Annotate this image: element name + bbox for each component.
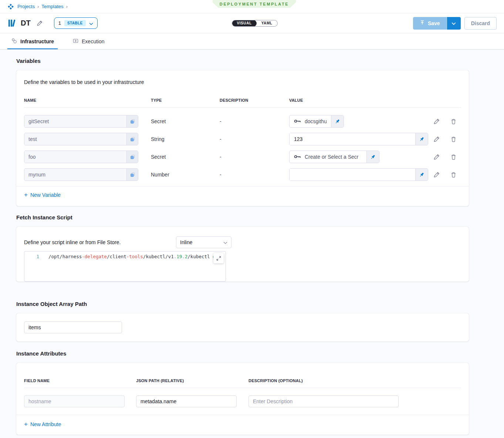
script-source-select[interactable]: Inline [176,236,231,248]
code-line: 1 /opt/harness-delegate/client-tools/kub… [24,252,226,259]
tab-infrastructure[interactable]: Infrastructure [11,33,54,49]
variable-name-input [24,115,126,127]
version-stable-badge: STABLE [64,20,86,26]
attributes-footer: + New Attribute [16,415,469,435]
infrastructure-panel: Variables Define the variables to be use… [0,58,504,438]
attributes-column-headers: FIELD NAME JSON PATH (RELATIVE) DESCRIPT… [16,363,469,383]
attribute-description-input[interactable] [248,395,399,407]
secret-value-label: docsgithu [305,118,327,124]
pin-icon[interactable] [331,115,344,127]
edit-variable-button[interactable] [433,171,440,178]
copy-icon[interactable] [126,115,138,127]
variable-type: Secret [151,154,220,160]
variable-name-field [24,168,138,181]
copy-icon[interactable] [126,169,138,181]
delete-variable-button[interactable] [450,118,457,125]
variable-description: - [220,118,289,124]
variables-rows: Secret - docsgithu [16,108,469,181]
variable-value-input[interactable] [290,133,415,145]
variable-type: String [151,136,220,142]
save-split-button: Save [413,17,461,30]
table-row: Secret - docsgithu [24,115,461,128]
variable-type: Secret [151,118,220,124]
secret-value-label: Create or Select a Secr [305,154,359,160]
variables-card: Define the variables to be used in your … [16,70,469,206]
toggle-visual[interactable]: VISUAL [232,20,256,27]
infrastructure-icon [11,38,17,45]
expand-editor-button[interactable] [213,253,224,263]
delete-variable-button[interactable] [450,154,457,160]
key-icon [294,118,301,125]
column-header-json-path: JSON PATH (RELATIVE) [136,378,248,383]
chevron-right-icon: › [66,4,68,9]
edit-variable-button[interactable] [433,118,440,125]
script-source-value: Inline [180,239,192,245]
execution-icon [72,38,79,45]
new-variable-button[interactable]: + New Variable [24,192,61,198]
attributes-heading: Instance Attributes [16,350,504,357]
edit-variable-button[interactable] [433,136,440,142]
breadcrumb-templates[interactable]: Templates [41,4,63,9]
variable-value-input[interactable] [290,169,415,181]
edit-title-pencil-icon[interactable] [37,20,43,26]
chevron-right-icon: › [37,4,39,9]
code-content: /opt/harness-delegate/client-tools/kubec… [39,254,221,259]
tab-bar: Infrastructure Execution [0,33,504,50]
tab-execution[interactable]: Execution [72,33,104,49]
secret-selector[interactable]: Create or Select a Secr [289,151,379,163]
tab-infrastructure-label: Infrastructure [20,38,54,44]
copy-icon[interactable] [126,133,138,145]
variable-name-field [24,151,138,163]
fetch-script-controls: Define your script inline or from File S… [16,227,469,248]
ribbon-label: DEPLOYMENT TEMPLATE [220,2,289,6]
variable-name-input [24,151,126,163]
attributes-card: FIELD NAME JSON PATH (RELATIVE) DESCRIPT… [16,363,469,435]
header-actions: Save Discard [413,17,497,30]
discard-label: Discard [471,20,490,26]
column-header-type: TYPE [151,98,220,102]
delete-variable-button[interactable] [450,172,457,178]
column-header-name: NAME [24,98,151,102]
variable-name-field [24,115,138,128]
plus-icon: + [24,192,28,198]
save-button[interactable]: Save [413,17,447,30]
json-path-input[interactable] [136,395,237,407]
secret-selector[interactable]: docsgithu [289,115,344,128]
edit-variable-button[interactable] [433,154,440,160]
array-path-input[interactable] [24,321,122,333]
version-selector[interactable]: 1 STABLE [54,17,98,29]
chevron-down-icon [451,20,456,27]
save-options-button[interactable] [447,17,461,30]
visual-yaml-toggle: VISUAL YAML [231,20,277,27]
fetch-script-description: Define your script inline or from File S… [24,239,176,245]
save-label: Save [428,20,440,26]
pin-icon[interactable] [415,133,428,145]
variables-footer: + New Variable [16,186,469,206]
key-icon [294,154,301,160]
copy-icon[interactable] [126,151,138,163]
variable-value-field [289,168,428,181]
column-header-description: DESCRIPTION [220,98,289,102]
variable-name-input [24,169,126,181]
breadcrumb-projects[interactable]: Projects [17,4,35,9]
variable-description: - [220,172,289,178]
discard-button[interactable]: Discard [464,17,497,30]
new-attribute-button[interactable]: + New Attribute [24,421,61,427]
new-attribute-label: New Attribute [30,421,61,427]
table-row: Secret - Create or Select a Secr [24,151,461,163]
pin-icon[interactable] [366,151,379,163]
script-code-editor[interactable]: 1 /opt/harness-delegate/client-tools/kub… [24,251,226,282]
column-header-field-name: FIELD NAME [24,378,136,383]
chevron-down-icon [223,239,227,246]
variable-type: Number [151,172,220,178]
fetch-script-card: Define your script inline or from File S… [16,227,469,282]
column-header-description-optional: DESCRIPTION (OPTIONAL) [248,378,461,383]
toggle-yaml[interactable]: YAML [257,20,277,27]
delete-variable-button[interactable] [450,136,457,142]
fetch-script-heading: Fetch Instance Script [16,214,504,220]
harness-nav-icon [7,3,14,10]
pin-icon[interactable] [415,169,428,181]
table-row [16,388,469,415]
variable-value-field [289,133,428,145]
variables-heading: Variables [16,58,504,64]
